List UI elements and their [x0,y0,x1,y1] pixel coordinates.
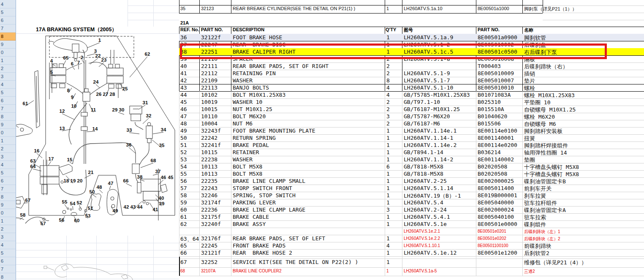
cell-fig-part[interactable]: 8E001140002 [478,156,514,163]
cell-fig[interactable]: LH260ATV.1.14e.2 [404,142,457,148]
cell-name[interactable]: 后刹软管2 [524,250,549,257]
cell-desc[interactable]: RETURN SPRING [233,135,276,141]
row-header[interactable]: 0 [0,129,16,137]
cell-desc[interactable]: BRAKE LINE CLAMP SMALL [233,178,305,184]
cell-qty[interactable]: 1 [386,156,390,163]
cell-desc[interactable]: SERVICE KIT(SEE THE DETAIL ON P22(2) ) [233,259,358,265]
cell-fig-part[interactable]: 8E00501e0201 [478,229,506,234]
cell-ref[interactable]: 35 [180,6,185,11]
cell-fig-part[interactable]: 8E00501a1000 [478,6,509,11]
cell-ref[interactable]: 40 [180,63,187,69]
cell-fig[interactable]: GB/T97.1-10 [404,99,440,105]
row-header[interactable]: 4 [0,161,16,169]
cell-fig-part[interactable]: 8E001140001 [478,135,514,141]
cell-desc[interactable]: WASHER [233,156,253,163]
cell-fig-part[interactable]: T000403 [478,63,501,69]
cell-desc[interactable]: BRAKE LINE CLAMP LARGE [233,207,305,213]
row-header[interactable]: 3 [0,233,16,241]
cell-desc[interactable]: REAR BREAKE CYLINDER(SEE THE DETAIL ON P… [233,6,355,11]
cell-desc[interactable]: REAR BRAKE HOSE 2 [233,250,292,256]
cell-fig[interactable]: LH260ATV.2-25 [404,178,447,184]
cell-ref[interactable]: 54 [180,163,187,170]
cell-ref[interactable]: 36 [180,34,187,41]
cell-qty[interactable]: 1 [386,135,390,141]
cell-desc[interactable]: NUT M10X1.25 [233,106,272,112]
cell-ref[interactable]: 53 [180,156,187,163]
cell-fig[interactable]: LH260ATV.5.1a-5 [404,269,437,273]
cell-part[interactable]: 32121f [201,250,221,256]
cell-fig-part[interactable]: B02020508 [478,171,507,177]
cell-ref[interactable]: 43 [180,84,187,91]
cell-ref[interactable]: 65 [180,242,187,249]
cell-desc[interactable]: WASHER [233,77,253,84]
cell-fig-part[interactable]: 8E005011400 [478,185,514,191]
cell-desc[interactable]: BRAKE PEDAL [233,142,269,148]
row-header[interactable]: 7 [0,265,16,273]
cell-desc[interactable]: RETAINING PIN [233,70,276,76]
row-header[interactable]: 7 [0,185,16,193]
cell-fig[interactable]: LH260ATV.5.1e.2.1 [404,229,440,234]
cell-fig-part[interactable]: 8E002000025 [478,178,514,184]
cell-fig[interactable]: LH260ATV.5.1e [404,221,447,227]
cell-qty[interactable]: 2 [386,70,390,76]
cell-ref[interactable]: 42 [180,77,187,84]
cell-qty[interactable]: 6 [386,163,390,170]
cell-part[interactable]: 22236 [201,207,217,213]
cell-fig-part[interactable]: 8E005040100 [478,214,514,220]
cell-qty[interactable]: 4 [386,84,390,91]
cell-qty[interactable]: 1 [386,149,390,155]
cell-fig[interactable]: LH260ATV.5.4 [404,199,443,206]
row-header[interactable]: 7 [0,24,16,33]
cell-fig-part[interactable]: 8E019B000001 [478,192,517,198]
cell-part[interactable]: 32175f [201,214,221,220]
cell-ref[interactable]: 41 [180,70,187,76]
cell-ref[interactable]: 56 [180,178,187,184]
cell-fig-part[interactable]: 8E002000024 [478,207,514,213]
cell-ref[interactable]: 61 [180,214,187,220]
cell-qty[interactable]: 1 [386,185,390,191]
cell-part[interactable]: 22245 [201,242,217,249]
cell-fig[interactable]: LH260ATV.1.14-1 [404,135,453,141]
cell-fig[interactable]: LH260ATV.5.4.1 [404,214,450,220]
cell-qty[interactable]: 2 [386,99,390,105]
cell-desc[interactable]: BRAKE CABLE [233,214,269,220]
cell-ref[interactable]: 44 [180,92,187,98]
cell-part[interactable]: 10110 [201,113,217,120]
row-header[interactable]: 1 [0,217,16,225]
cell-fig[interactable]: LH260ATV.5.1e.2.2 [404,236,440,241]
cell-ref[interactable]: 58 [180,192,187,198]
cell-qty[interactable]: 1 [386,199,390,206]
cell-desc[interactable]: NUT M6 [233,120,253,127]
cell-desc[interactable]: REAR BRAKE PADS, SET OF LEFT [233,235,325,242]
row-header[interactable]: 0 [0,49,16,57]
row-header[interactable]: 1 [0,137,16,145]
cell-fig-part[interactable]: 8E005010010 [478,84,514,91]
cell-fig-part[interactable]: 8E00501e0000 [478,221,517,227]
row-header[interactable]: 8 [0,193,16,201]
cell-desc[interactable]: BANJO BOLTS [233,84,269,91]
cell-fig[interactable]: GB/T894.1-14 [404,149,443,155]
cell-desc[interactable]: FRONT BRAKE PADS [233,242,285,249]
cell-fig-part[interactable]: B01071083A [478,92,511,98]
col-ref-no[interactable]: REF. No. [180,27,199,32]
cell-qty[interactable]: 1 [386,192,390,198]
cell-ref[interactable]: 62 [180,221,187,227]
col-part-no-2[interactable]: PART NO. [478,27,500,32]
row-header[interactable]: 5 [0,8,16,16]
cell-part[interactable]: 32123 [201,6,214,11]
row-header[interactable]: 5 [0,89,16,97]
cell-fig[interactable]: LH260ATV.5.1a.9 [404,34,453,41]
cell-ref[interactable]: 45 [180,99,187,105]
cell-name[interactable]: 维修包（详见P21（4）） [524,259,587,266]
cell-qty[interactable]: 4 [386,242,390,249]
row-header[interactable]: 3 [0,73,16,81]
cell-part[interactable]: 10113 [201,171,217,177]
cell-ref[interactable]: 68 [180,269,185,273]
cell-ref[interactable]: 66 [180,250,187,256]
cell-fig-part[interactable]: 8E00501100100 [478,243,508,248]
cell-fig[interactable]: LH260ATV.1.14-2 [404,156,453,163]
cell-desc[interactable]: BRAKE ASSY [233,221,266,227]
cell-fig[interactable]: LH260ATV.2-24 [404,207,447,213]
cell-qty[interactable]: 1 [386,221,390,227]
cell-desc[interactable]: BOLT M6X20 [233,113,266,120]
